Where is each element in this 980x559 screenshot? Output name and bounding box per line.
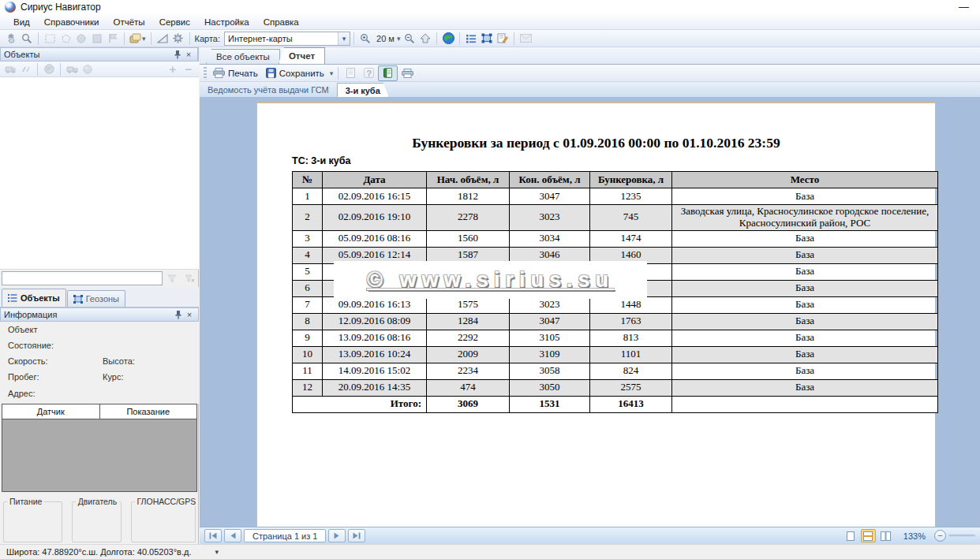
pin-icon[interactable]	[173, 309, 184, 320]
next-page-button[interactable]	[328, 529, 346, 542]
last-page-button[interactable]	[348, 529, 365, 542]
tab-geozones[interactable]: Геозоны	[67, 290, 125, 307]
help-button[interactable]: ?	[360, 65, 378, 81]
report-col-header: Кон. объём, л	[510, 172, 590, 188]
window-title: Сириус Навигатор	[21, 2, 101, 13]
menubar: Вид Справочники Отчёты Сервис Настройка …	[0, 14, 980, 30]
select-square-icon[interactable]	[89, 31, 105, 47]
report-total-value: 16413	[590, 396, 672, 412]
report-cell: 1	[293, 188, 323, 205]
single-page-view-button[interactable]	[843, 529, 858, 542]
document-tabs: Все объекты Отчет	[200, 47, 980, 65]
track-link-icon[interactable]	[18, 61, 34, 77]
toolbar-grip[interactable]	[204, 67, 207, 80]
report-cell: 02.09.2016 19:10	[323, 205, 427, 231]
print-preview-button[interactable]	[398, 65, 417, 81]
menu-service[interactable]: Сервис	[152, 16, 197, 28]
filter-input[interactable]	[2, 271, 163, 285]
report-cell: 7	[293, 296, 323, 313]
zoom-out-icon[interactable]	[402, 31, 417, 47]
tab-objects-label: Объекты	[21, 293, 60, 303]
report-viewer[interactable]: Бункеровки за период с 01.09.2016 00:00 …	[200, 97, 980, 527]
remove-minus-button[interactable]: −	[181, 61, 196, 77]
caret-down-icon[interactable]: ▾	[338, 32, 350, 45]
status-caret-icon[interactable]: ▾	[215, 548, 219, 556]
vehicle-icon[interactable]	[64, 61, 80, 77]
gear-icon[interactable]	[170, 31, 186, 47]
minimize-button[interactable]: —	[959, 1, 969, 13]
object-list-icon[interactable]	[463, 31, 479, 47]
add-plus-button[interactable]: +	[165, 61, 181, 77]
zoom-select-icon[interactable]	[19, 31, 35, 47]
report-row: 305.09.2016 08:16156030341474База	[293, 230, 938, 247]
report-row: 1220.09.2016 14:3547430502575База	[293, 379, 938, 396]
geozone-icon[interactable]	[479, 31, 495, 47]
edit-note-icon[interactable]	[495, 31, 511, 47]
zoom-slider[interactable]	[948, 535, 975, 537]
report-cell: 824	[590, 363, 672, 379]
globe-small-icon[interactable]	[41, 61, 57, 77]
zoom-scale-select[interactable]: 20 м▾	[373, 31, 402, 47]
report-cell: 2575	[590, 379, 672, 396]
close-icon[interactable]: ×	[184, 309, 195, 320]
multi-page-view-button[interactable]	[878, 529, 893, 542]
zoom-out-button[interactable]: −	[934, 530, 946, 542]
app-window: Сириус Навигатор — Вид Справочники Отчёт…	[0, 0, 980, 559]
menu-reports[interactable]: Отчёты	[106, 16, 151, 28]
page-setup-button[interactable]	[342, 65, 360, 81]
sidebar: Объекты × + − Объекты	[0, 47, 199, 544]
menu-view[interactable]: Вид	[6, 16, 37, 28]
tab-geozones-label: Геозоны	[86, 294, 119, 304]
select-circle-icon[interactable]	[73, 31, 89, 47]
report-row: 102.09.2016 16:15181230471235База	[293, 188, 938, 205]
sidebar-tabs: Объекты Геозоны	[0, 287, 199, 307]
select-rect-icon[interactable]	[42, 31, 58, 47]
fit-width-view-button[interactable]	[861, 529, 876, 542]
menu-help[interactable]: Справка	[256, 16, 306, 28]
report-cell: 09.09.2016 16:13	[323, 296, 427, 313]
layers-icon[interactable]: ▾	[128, 31, 148, 47]
zoom-in-icon[interactable]	[357, 31, 373, 47]
close-icon[interactable]: ×	[183, 49, 194, 60]
caret-down-icon: ▾	[142, 35, 146, 43]
pan-hand-icon[interactable]	[3, 31, 19, 47]
book-view-button[interactable]	[378, 65, 398, 81]
tab-objects[interactable]: Объекты	[2, 289, 66, 307]
prev-page-button[interactable]	[224, 529, 241, 542]
report-cell: База	[672, 330, 938, 346]
save-button[interactable]: Сохранить	[262, 65, 328, 81]
select-polygon-icon[interactable]	[58, 31, 73, 47]
menu-directories[interactable]: Справочники	[37, 16, 107, 28]
sphere-icon[interactable]	[80, 61, 95, 77]
tab-report[interactable]: Отчет	[279, 47, 325, 64]
objects-list[interactable]	[0, 77, 199, 270]
filter-clear-icon[interactable]	[181, 270, 197, 286]
filter-funnel-icon[interactable]	[164, 270, 180, 286]
coordinates-text: Широта: 47.88920°с.ш. Долгота: 40.05203°…	[6, 547, 191, 557]
globe-icon[interactable]	[440, 31, 456, 47]
pin-icon[interactable]	[172, 49, 183, 60]
printer-icon	[213, 68, 225, 78]
subtab-fuel-sheet[interactable]: Ведомость учёта выдачи ГСМ	[200, 83, 337, 97]
report-cell: База	[672, 346, 938, 363]
save-options-caret[interactable]: ▾	[328, 65, 335, 81]
home-arrow-icon[interactable]	[417, 31, 433, 47]
ruler-icon[interactable]	[155, 31, 170, 47]
mileage-label: Пробег:	[8, 372, 39, 382]
save-label: Сохранить	[279, 69, 324, 78]
report-cell: 1763	[590, 313, 672, 330]
menu-settings[interactable]: Настройка	[197, 16, 256, 28]
first-page-button[interactable]	[204, 529, 222, 542]
print-button[interactable]: Печать	[209, 65, 262, 81]
report-toolbar: Печать Сохранить ▾ ?	[200, 65, 980, 82]
tab-all-objects[interactable]: Все объекты	[206, 49, 280, 64]
flag-icon[interactable]	[105, 31, 121, 47]
objects-panel-header: Объекты ×	[0, 47, 198, 61]
mail-icon[interactable]	[518, 31, 533, 47]
add-vehicle-icon[interactable]	[2, 61, 18, 77]
map-select[interactable]: Интернет-карты ▾	[224, 32, 350, 46]
report-cell: 813	[590, 330, 672, 346]
subtab-3i-kuba[interactable]: 3-и куба	[337, 83, 389, 97]
report-cell: 3047	[510, 313, 590, 330]
map-select-value: Интернет-карты	[228, 34, 293, 43]
